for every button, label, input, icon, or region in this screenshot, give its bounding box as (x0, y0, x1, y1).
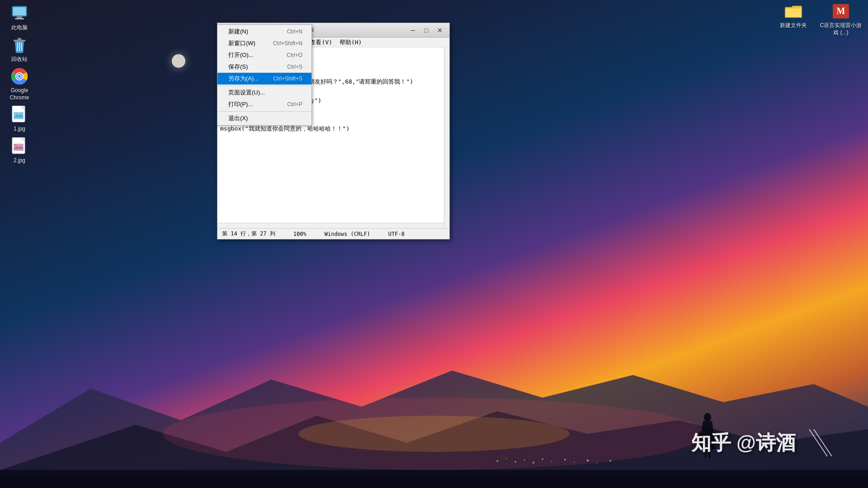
menu-item-page-setup[interactable]: 页面设置(U)... (217, 87, 311, 99)
svg-point-7 (515, 461, 516, 463)
close-button[interactable]: ✕ (434, 25, 446, 35)
desktop-icon-c-game[interactable]: M C语言实现雷小游戏 (...) (818, 2, 863, 36)
svg-line-26 (21, 42, 22, 51)
horizontal-scrollbar[interactable] (217, 223, 444, 228)
my-computer-label: 此电脑 (11, 24, 28, 32)
svg-point-5 (497, 460, 498, 462)
svg-point-9 (533, 462, 534, 464)
menu-item-print-label: 打印(P)... (228, 100, 253, 108)
svg-rect-23 (18, 38, 21, 40)
menu-view-label: 查看(V) (310, 38, 332, 47)
file-dropdown-menu: 新建(N) Ctrl+N 新窗口(W) Ctrl+Shift+N 打开(O)..… (217, 24, 312, 126)
svg-rect-21 (15, 18, 24, 19)
encoding: UTF-8 (388, 231, 405, 237)
google-chrome-label: Google Chrome (4, 87, 35, 101)
svg-point-15 (596, 463, 597, 464)
svg-line-24 (17, 42, 18, 51)
menu-item-open[interactable]: 打开(O)... Ctrl+O (217, 49, 311, 61)
1jpg-icon (10, 106, 28, 124)
menu-item-exit[interactable]: 退出(X) (217, 113, 311, 124)
svg-text:M: M (837, 6, 845, 16)
line-ending: Windows (CRLF) (325, 231, 370, 237)
svg-point-14 (587, 460, 589, 461)
svg-point-39 (15, 144, 17, 146)
menu-item-save-label: 保存(S) (228, 63, 248, 71)
new-folder-label: 新建文件夹 (780, 22, 807, 29)
menu-item-save-as-shortcut: Ctrl+Shift+S (273, 75, 302, 82)
svg-point-10 (542, 459, 543, 460)
svg-point-31 (18, 75, 21, 78)
svg-point-4 (298, 416, 570, 452)
2jpg-label: 2.jpg (14, 157, 25, 164)
desktop-icon-my-computer[interactable]: 此电脑 (4, 5, 35, 32)
c-game-icon: M (832, 2, 850, 20)
svg-rect-19 (13, 7, 26, 15)
vertical-scrollbar[interactable] (444, 47, 449, 228)
new-folder-icon (784, 2, 802, 20)
2jpg-icon (10, 137, 28, 155)
svg-point-11 (551, 461, 552, 462)
menu-item-open-label: 打开(O)... (228, 51, 254, 59)
window-controls: ─ □ ✕ (407, 25, 446, 35)
menu-item-open-shortcut: Ctrl+O (287, 52, 302, 58)
taskbar (0, 470, 868, 488)
menu-item-exit-label: 退出(X) (228, 114, 248, 122)
my-computer-icon (10, 5, 28, 23)
svg-point-13 (574, 462, 575, 463)
google-chrome-icon (10, 67, 28, 85)
desktop-icons-right: 新建文件夹 M C语言实现雷小游戏 (...) (775, 2, 863, 36)
svg-line-42 (809, 429, 827, 456)
menu-item-save-as-label: 另存为(A)... (228, 75, 259, 83)
watermark-text: 知乎 @诗酒 (691, 430, 796, 456)
menu-item-new-label: 新建(N) (228, 28, 248, 36)
svg-point-8 (524, 460, 525, 460)
recycle-bin-icon (10, 36, 28, 54)
svg-point-12 (565, 459, 566, 460)
menu-separator-2 (217, 111, 311, 112)
svg-point-16 (610, 460, 611, 462)
watermark: 知乎 @诗酒 (691, 429, 832, 456)
menu-item-save-shortcut: Ctrl+S (287, 64, 302, 70)
menu-help-label: 帮助(H) (340, 38, 362, 47)
menu-item-new-window[interactable]: 新窗口(W) Ctrl+Shift+N (217, 38, 311, 49)
cursor-position: 第 14 行，第 27 列 (222, 230, 275, 238)
svg-rect-20 (17, 16, 22, 18)
notepad-statusbar: 第 14 行，第 27 列 100% Windows (CRLF) UTF-8 (217, 228, 449, 239)
menu-item-save-as[interactable]: 另存为(A)... Ctrl+Shift+S (217, 73, 311, 84)
desktop-icon-recycle-bin[interactable]: 回收站 (4, 36, 35, 63)
desktop-icons-left: 此电脑 回收站 (4, 5, 35, 164)
menu-item-new[interactable]: 新建(N) Ctrl+N (217, 26, 311, 38)
c-game-label: C语言实现雷小游戏 (...) (818, 22, 863, 36)
menu-item-page-setup-label: 页面设置(U)... (228, 89, 265, 97)
svg-line-43 (814, 429, 832, 456)
recycle-bin-label: 回收站 (11, 56, 28, 63)
menu-item-print[interactable]: 打印(P)... Ctrl+P (217, 99, 311, 110)
zoom-level: 100% (293, 231, 307, 237)
maximize-button[interactable]: □ (420, 25, 432, 35)
menu-item-new-window-label: 新窗口(W) (228, 39, 255, 47)
menu-item-print-shortcut: Ctrl+P (287, 101, 302, 108)
desktop-icon-1jpg[interactable]: 1.jpg (4, 106, 35, 133)
menu-item-new-window-shortcut: Ctrl+Shift+N (273, 40, 302, 47)
svg-point-17 (704, 413, 711, 422)
menu-item-save[interactable]: 保存(S) Ctrl+S (217, 61, 311, 73)
desktop-icon-new-folder[interactable]: 新建文件夹 (775, 2, 811, 36)
moon (172, 54, 185, 68)
1jpg-label: 1.jpg (14, 126, 25, 133)
menu-item-new-shortcut: Ctrl+N (287, 28, 302, 35)
desktop-icon-google-chrome[interactable]: Google Chrome (4, 67, 35, 101)
minimize-button[interactable]: ─ (407, 25, 419, 35)
desktop-icon-2jpg[interactable]: 2.jpg (4, 137, 35, 164)
menu-separator-1 (217, 85, 311, 86)
svg-point-6 (506, 458, 507, 459)
menu-help[interactable]: 帮助(H) (336, 38, 365, 47)
svg-point-35 (15, 113, 17, 114)
